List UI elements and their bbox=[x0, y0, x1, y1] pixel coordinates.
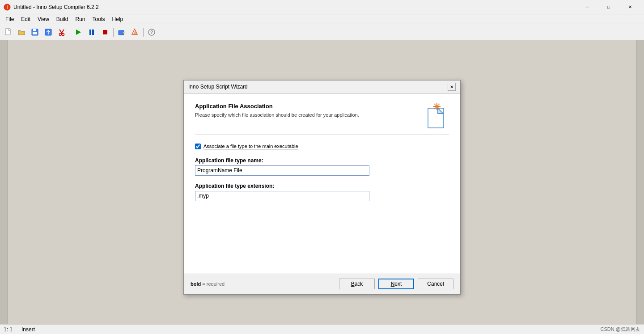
menu-run[interactable]: Run bbox=[72, 15, 89, 23]
svg-point-26 bbox=[436, 106, 438, 107]
file-type-ext-input[interactable] bbox=[195, 191, 369, 201]
footer-hint: bold = required bbox=[191, 281, 225, 287]
title-bar: I Untitled - Inno Setup Compiler 6.2.2 ─… bbox=[0, 0, 644, 14]
minimize-button[interactable]: ─ bbox=[577, 0, 597, 14]
svg-rect-12 bbox=[92, 30, 94, 35]
main-area: Inno Setup Script Wizard ✕ Application F… bbox=[0, 40, 644, 334]
file-type-name-group: Application file type name: bbox=[195, 157, 449, 176]
back-underline: B bbox=[351, 281, 355, 287]
hint-rest: = required bbox=[201, 281, 225, 287]
file-type-name-input[interactable] bbox=[195, 165, 369, 176]
svg-rect-2 bbox=[5, 29, 10, 35]
file-type-ext-group: Application file type extension: bbox=[195, 183, 449, 201]
svg-rect-5 bbox=[33, 32, 37, 34]
menu-file[interactable]: File bbox=[2, 15, 17, 23]
menu-edit[interactable]: Edit bbox=[17, 15, 34, 23]
back-button[interactable]: Back bbox=[339, 279, 375, 289]
maximize-button[interactable]: □ bbox=[598, 0, 619, 14]
dialog-title: Inno Setup Script Wizard bbox=[188, 84, 248, 90]
form-section: Associate a file type to the main execut… bbox=[195, 144, 449, 201]
cancel-button[interactable]: Cancel bbox=[418, 279, 453, 289]
wizard-dialog: Inno Setup Script Wizard ✕ Application F… bbox=[183, 80, 461, 295]
close-button[interactable]: ✕ bbox=[620, 0, 640, 14]
file-type-name-label: Application file type name: bbox=[195, 157, 449, 164]
back-text: ack bbox=[355, 281, 363, 287]
dialog-body: Application File Association Please spec… bbox=[184, 94, 460, 274]
app-icon: I bbox=[4, 4, 11, 11]
toolbar-export[interactable] bbox=[42, 26, 55, 38]
svg-rect-11 bbox=[89, 30, 91, 35]
svg-text:I: I bbox=[7, 5, 8, 10]
menu-build[interactable]: Build bbox=[53, 15, 72, 23]
svg-rect-4 bbox=[33, 29, 36, 31]
associate-checkbox[interactable] bbox=[195, 144, 201, 149]
toolbar-separator-3 bbox=[143, 28, 144, 37]
dialog-header: Application File Association Please spec… bbox=[195, 103, 449, 135]
dialog-close-button[interactable]: ✕ bbox=[448, 83, 456, 91]
header-title: Application File Association bbox=[195, 103, 359, 110]
window-title: Untitled - Inno Setup Compiler 6.2.2 bbox=[13, 4, 577, 10]
toolbar-cut[interactable] bbox=[55, 26, 68, 38]
file-type-ext-label: Application file type extension: bbox=[195, 183, 449, 189]
header-text: Application File Association Please spec… bbox=[195, 103, 359, 118]
dialog-overlay: Inno Setup Script Wizard ✕ Application F… bbox=[0, 40, 644, 334]
toolbar-pause[interactable] bbox=[85, 26, 98, 38]
toolbar-stop[interactable] bbox=[99, 26, 111, 38]
toolbar-save[interactable] bbox=[29, 26, 41, 38]
toolbar-play[interactable] bbox=[72, 26, 85, 38]
status-bar: 1: 1 Insert CSDN @低调网友 bbox=[0, 324, 644, 334]
window-controls: ─ □ ✕ bbox=[577, 0, 640, 14]
associate-checkbox-label[interactable]: Associate a file type to the main execut… bbox=[203, 144, 298, 149]
hint-bold: bold bbox=[191, 281, 201, 287]
toolbar-open[interactable] bbox=[15, 26, 28, 38]
file-association-icon bbox=[424, 103, 449, 127]
menu-view[interactable]: View bbox=[34, 15, 53, 23]
header-subtitle: Please specify which file association sh… bbox=[195, 112, 359, 118]
toolbar-build[interactable] bbox=[129, 26, 141, 38]
toolbar-new[interactable] bbox=[2, 26, 14, 38]
menu-bar: File Edit View Build Run Tools Help bbox=[0, 14, 644, 24]
next-underline: N bbox=[391, 281, 395, 287]
toolbar-compile[interactable] bbox=[115, 26, 128, 38]
svg-rect-20 bbox=[428, 108, 444, 128]
toolbar-help[interactable]: ? bbox=[145, 26, 158, 38]
associate-checkbox-row: Associate a file type to the main execut… bbox=[195, 144, 449, 149]
svg-point-8 bbox=[59, 33, 62, 35]
menu-tools[interactable]: Tools bbox=[89, 15, 109, 23]
footer-buttons: Back Next Cancel bbox=[339, 279, 453, 289]
status-left: 1: 1 Insert bbox=[4, 326, 35, 333]
toolbar: ? bbox=[0, 24, 644, 40]
cursor-position: 1: 1 bbox=[4, 326, 13, 333]
dialog-title-bar: Inno Setup Script Wizard ✕ bbox=[184, 80, 460, 94]
next-button[interactable]: Next bbox=[378, 279, 414, 289]
next-text: ext bbox=[394, 281, 402, 287]
svg-point-9 bbox=[62, 33, 64, 35]
menu-help[interactable]: Help bbox=[109, 15, 127, 23]
toolbar-separator-1 bbox=[70, 28, 70, 37]
status-credit: CSDN @低调网友 bbox=[601, 326, 640, 333]
svg-marker-10 bbox=[76, 30, 81, 35]
editor-mode: Insert bbox=[21, 326, 35, 333]
toolbar-separator-2 bbox=[113, 28, 114, 37]
svg-rect-13 bbox=[103, 30, 107, 34]
dialog-footer: bold = required Back Next Cancel bbox=[184, 274, 460, 294]
svg-text:?: ? bbox=[150, 30, 153, 35]
